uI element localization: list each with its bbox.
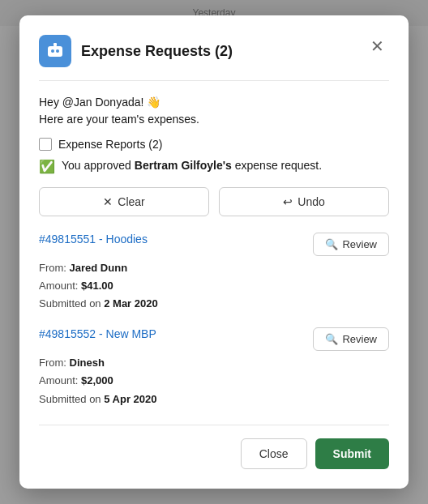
expense-item-1: #49815551 - Hoodies 🔍 Review From: Jared…: [39, 233, 389, 313]
svg-rect-0: [48, 46, 62, 57]
expense-amount-2: Amount: $2,000: [39, 372, 389, 390]
expense-link-1[interactable]: #49815551 - Hoodies: [39, 233, 148, 246]
expense-details-1: From: Jared Dunn Amount: $41.00 Submitte…: [39, 259, 389, 313]
expense-from-2: From: Dinesh: [39, 354, 389, 372]
clear-label: Clear: [118, 195, 144, 208]
approved-name: Bertram Gilfoyle's: [135, 159, 232, 172]
clear-button[interactable]: ✕ Clear: [39, 187, 209, 216]
expense-from-1: From: Jared Dunn: [39, 259, 389, 277]
approved-row: ✅ You approved Bertram Gilfoyle's expens…: [39, 159, 389, 176]
svg-point-2: [56, 49, 59, 53]
review-button-1[interactable]: 🔍 Review: [313, 233, 389, 256]
review-button-2[interactable]: 🔍 Review: [313, 327, 389, 351]
expense-amount-1: Amount: $41.00: [39, 277, 389, 295]
clear-x-icon: ✕: [103, 195, 113, 208]
greeting-line1: Hey @Jan Donyada! 👋: [39, 94, 389, 111]
close-x-button[interactable]: ✕: [366, 35, 389, 58]
modal-footer: Close Submit: [39, 425, 389, 469]
undo-icon: ↩: [283, 195, 293, 208]
action-buttons-row: ✕ Clear ↩ Undo: [39, 187, 389, 216]
approved-text: You approved Bertram Gilfoyle's expense …: [62, 159, 322, 172]
undo-button[interactable]: ↩ Undo: [219, 187, 389, 216]
greeting-line2: Here are your team's expenses.: [39, 111, 389, 128]
greeting-block: Hey @Jan Donyada! 👋 Here are your team's…: [39, 94, 389, 128]
modal-header: Expense Requests (2) ✕: [39, 35, 389, 67]
expense-reports-row: Expense Reports (2): [39, 138, 389, 151]
review-search-icon-1: 🔍: [325, 238, 338, 250]
expense-requests-modal: Expense Requests (2) ✕ Hey @Jan Donyada!…: [19, 15, 409, 488]
expense-item-1-header: #49815551 - Hoodies 🔍 Review: [39, 233, 389, 256]
expense-reports-label: Expense Reports (2): [58, 138, 162, 151]
expense-submitted-1: Submitted on 2 Mar 2020: [39, 295, 389, 313]
checkbox-icon: [39, 138, 52, 151]
header-divider: [39, 80, 389, 81]
undo-label: Undo: [297, 195, 324, 208]
review-search-icon-2: 🔍: [325, 333, 338, 345]
svg-point-1: [51, 49, 54, 53]
expense-submitted-2: Submitted on 5 Apr 2020: [39, 391, 389, 408]
expense-link-2[interactable]: #49815552 - New MBP: [39, 327, 156, 340]
review-label-1: Review: [342, 238, 377, 250]
review-label-2: Review: [342, 333, 377, 345]
expense-details-2: From: Dinesh Amount: $2,000 Submitted on…: [39, 354, 389, 408]
bot-svg: [45, 41, 65, 61]
expense-item-2: #49815552 - New MBP 🔍 Review From: Dines…: [39, 327, 389, 408]
modal-title: Expense Requests (2): [81, 43, 389, 60]
checkmark-icon: ✅: [39, 159, 55, 176]
svg-rect-4: [55, 43, 56, 46]
bot-icon: [39, 35, 71, 67]
submit-button[interactable]: Submit: [315, 438, 389, 469]
expense-item-2-header: #49815552 - New MBP 🔍 Review: [39, 327, 389, 351]
close-button[interactable]: Close: [241, 438, 307, 469]
